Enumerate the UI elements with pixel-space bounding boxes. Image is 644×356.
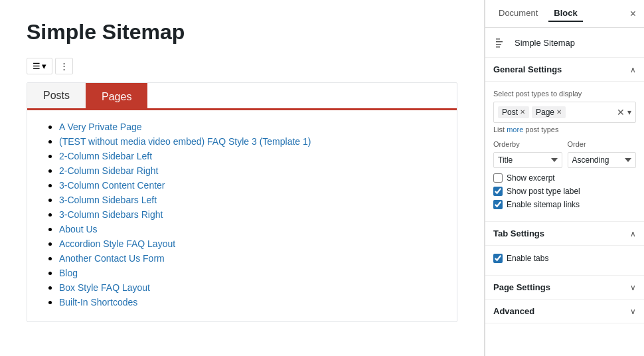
list-item: 3-Column Content Center [59,179,441,191]
tab-settings-chevron [630,229,636,238]
list-item-link[interactable]: About Us [59,224,98,234]
post-types-label: Select post types to display [493,90,636,98]
list-chevron-icon: ▾ [42,61,46,71]
page-title: Simple Sitemap [27,20,457,44]
list-more-link: List more post types [493,126,636,134]
list-item-link[interactable]: 3-Column Sidebars Left [59,195,157,205]
list-item-link[interactable]: 3-Column Content Center [59,180,165,191]
block-icon [493,35,509,50]
general-settings-content: Select post types to display Post ✕ Page… [485,82,644,222]
sitemap-list: A Very Private Page(TEST without media v… [27,110,457,321]
show-excerpt-row: Show excerpt [493,173,636,183]
list-item-link[interactable]: 2-Column Sidebar Right [59,165,158,176]
svg-rect-2 [496,44,501,45]
tab-block[interactable]: Block [548,5,582,22]
page-settings-title: Page Settings [493,282,550,292]
enable-sitemap-links-label: Enable sitemap links [507,200,580,209]
general-settings-title: General Settings [493,64,562,74]
svg-rect-0 [496,39,500,40]
svg-rect-3 [496,46,500,48]
checkboxes-group: Show excerpt Show post type label Enable… [493,173,636,209]
enable-tabs-checkbox[interactable] [493,254,503,263]
show-excerpt-checkbox[interactable] [493,173,503,183]
svg-rect-1 [496,41,503,43]
tag-post-remove[interactable]: ✕ [520,109,525,116]
enable-tabs-label: Enable tabs [507,254,548,263]
list-icon: ☰ [33,61,40,71]
list-item: 2-Column Sidebar Left [59,150,441,162]
order-row: Orderby Title Date ID Author Name Order … [493,140,636,168]
page-settings-header[interactable]: Page Settings [485,276,644,300]
enable-tabs-row: Enable tabs [493,254,636,263]
enable-sitemap-links-row: Enable sitemap links [493,200,636,209]
list-item-link[interactable]: A Very Private Page [59,122,142,132]
tab-settings-header[interactable]: Tab Settings [485,222,644,246]
tab-underline [147,83,457,110]
block-toolbar: ☰ ▾ ⋮ [27,58,457,74]
main-content: Simple Sitemap ☰ ▾ ⋮ Posts Pages A Very … [0,0,484,356]
list-item: 3-Column Sidebars Right [59,209,441,221]
list-item: (TEST without media video embed) FAQ Sty… [59,135,441,147]
list-item-link[interactable]: Accordion Style FAQ Layout [59,238,175,249]
panel-icon-row: Simple Sitemap [485,28,644,58]
block-container: Posts Pages A Very Private Page(TEST wit… [27,82,457,322]
list-item-link[interactable]: 2-Column Sidebar Left [59,151,152,161]
tabs-row: Posts Pages [27,83,457,110]
tag-page: Page ✕ [532,106,566,118]
tag-page-remove[interactable]: ✕ [556,109,562,116]
list-item-link[interactable]: Box Style FAQ Layout [59,282,150,293]
list-item: Built-In Shortcodes [59,296,441,308]
tag-post: Post ✕ [498,106,529,118]
general-settings-chevron [630,65,636,74]
advanced-title: Advanced [493,306,534,316]
enable-sitemap-links-checkbox[interactable] [493,200,503,209]
tab-document[interactable]: Document [493,5,543,22]
general-settings-header[interactable]: General Settings [485,58,644,82]
show-post-type-label-row: Show post type label [493,187,636,196]
list-item-link[interactable]: Blog [59,268,78,278]
orderby-label: Orderby [493,140,562,148]
tab-posts[interactable]: Posts [27,83,86,110]
list-item: About Us [59,223,441,235]
list-style-button[interactable]: ☰ ▾ [27,58,52,74]
show-excerpt-label: Show excerpt [507,173,555,183]
order-col: Order Ascending Descending [568,140,637,168]
tag-post-label: Post [502,108,518,117]
tags-dropdown-button[interactable]: ▾ [627,108,631,117]
more-options-button[interactable]: ⋮ [55,58,73,74]
tags-clear-button[interactable]: ✕ [617,107,625,118]
advanced-header[interactable]: Advanced [485,300,644,323]
tab-settings-content: Enable tabs [485,246,644,276]
close-panel-button[interactable]: × [630,9,636,19]
tag-page-label: Page [536,108,554,117]
list-item-link[interactable]: 3-Column Sidebars Right [59,209,163,220]
orderby-select[interactable]: Title Date ID Author Name [493,152,562,168]
tab-settings-title: Tab Settings [493,228,544,238]
advanced-chevron [630,307,636,316]
page-settings-chevron [630,283,636,292]
list-item: Blog [59,267,441,279]
list-item-link[interactable]: (TEST without media video embed) FAQ Sty… [59,136,311,147]
list-item: Box Style FAQ Layout [59,282,441,294]
list-item: Accordion Style FAQ Layout [59,238,441,250]
more-post-types-link[interactable]: more [507,126,523,134]
panel-header: Document Block × [485,0,644,28]
list-item-link[interactable]: Another Contact Us Form [59,253,165,264]
list-item: A Very Private Page [59,121,441,133]
tab-pages[interactable]: Pages [86,83,147,110]
show-post-type-label-label: Show post type label [507,187,580,196]
order-label: Order [568,140,637,148]
list-item: 2-Column Sidebar Right [59,165,441,177]
post-types-input[interactable]: Post ✕ Page ✕ ✕ ▾ [493,102,636,123]
list-item: 3-Column Sidebars Left [59,194,441,206]
orderby-col: Orderby Title Date ID Author Name [493,140,562,168]
list-item: Another Contact Us Form [59,252,441,264]
list-item-link[interactable]: Built-In Shortcodes [59,297,137,308]
show-post-type-label-checkbox[interactable] [493,187,503,196]
order-select[interactable]: Ascending Descending [568,152,637,168]
dots-icon: ⋮ [60,61,68,71]
block-type-label: Simple Sitemap [515,38,575,48]
right-panel: Document Block × Simple Sitemap General … [485,0,644,356]
